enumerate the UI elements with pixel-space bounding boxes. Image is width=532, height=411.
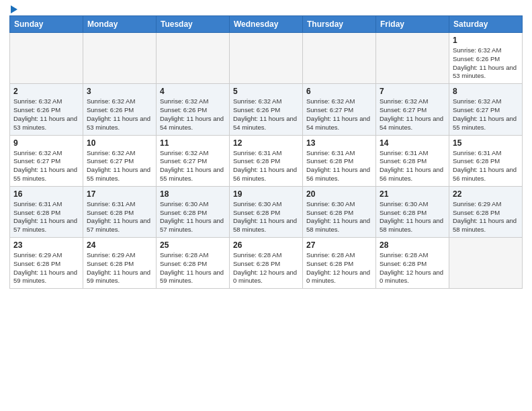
day-info: Sunrise: 6:31 AM Sunset: 6:28 PM Dayligh… [306,149,372,183]
calendar-cell: 11Sunrise: 6:32 AM Sunset: 6:27 PM Dayli… [157,135,230,186]
day-number: 16 [13,189,79,199]
calendar-cell: 22Sunrise: 6:29 AM Sunset: 6:28 PM Dayli… [449,186,523,237]
calendar-cell: 27Sunrise: 6:28 AM Sunset: 6:28 PM Dayli… [303,238,376,289]
calendar-cell [157,33,230,84]
day-info: Sunrise: 6:32 AM Sunset: 6:27 PM Dayligh… [160,149,226,183]
day-number: 22 [453,189,519,199]
day-number: 4 [160,87,226,96]
calendar-cell: 28Sunrise: 6:28 AM Sunset: 6:28 PM Dayli… [376,238,449,289]
weekday-header-thursday: Thursday [303,16,376,33]
weekday-header-tuesday: Tuesday [157,16,230,33]
day-number: 14 [380,138,445,148]
weekday-header-monday: Monday [83,16,157,33]
day-number: 7 [380,87,445,96]
day-info: Sunrise: 6:30 AM Sunset: 6:28 PM Dayligh… [233,200,299,234]
day-info: Sunrise: 6:31 AM Sunset: 6:28 PM Dayligh… [453,149,519,183]
day-info: Sunrise: 6:32 AM Sunset: 6:26 PM Dayligh… [160,97,226,132]
calendar-cell: 17Sunrise: 6:31 AM Sunset: 6:28 PM Dayli… [83,186,157,237]
day-info: Sunrise: 6:28 AM Sunset: 6:28 PM Dayligh… [306,251,372,285]
calendar-cell [83,33,157,84]
day-info: Sunrise: 6:30 AM Sunset: 6:28 PM Dayligh… [306,200,372,234]
calendar-cell: 12Sunrise: 6:31 AM Sunset: 6:28 PM Dayli… [230,135,303,186]
calendar-week-row: 2Sunrise: 6:32 AM Sunset: 6:26 PM Daylig… [10,84,523,135]
calendar-cell: 15Sunrise: 6:31 AM Sunset: 6:28 PM Dayli… [449,135,523,186]
day-info: Sunrise: 6:31 AM Sunset: 6:28 PM Dayligh… [233,149,299,183]
day-info: Sunrise: 6:31 AM Sunset: 6:28 PM Dayligh… [13,200,79,234]
calendar-cell: 10Sunrise: 6:32 AM Sunset: 6:27 PM Dayli… [83,135,157,186]
day-number: 6 [306,87,372,96]
day-number: 21 [380,189,445,199]
day-info: Sunrise: 6:29 AM Sunset: 6:28 PM Dayligh… [13,251,79,285]
header [9,7,523,11]
logo [9,7,17,11]
weekday-header-friday: Friday [376,16,449,33]
calendar-cell: 18Sunrise: 6:30 AM Sunset: 6:28 PM Dayli… [157,186,230,237]
day-info: Sunrise: 6:32 AM Sunset: 6:26 PM Dayligh… [87,97,152,132]
day-info: Sunrise: 6:28 AM Sunset: 6:28 PM Dayligh… [380,251,445,285]
day-info: Sunrise: 6:31 AM Sunset: 6:28 PM Dayligh… [380,149,445,183]
day-number: 18 [160,189,226,199]
day-number: 26 [233,240,299,250]
calendar: SundayMondayTuesdayWednesdayThursdayFrid… [9,15,523,289]
day-info: Sunrise: 6:28 AM Sunset: 6:28 PM Dayligh… [160,251,226,285]
calendar-week-row: 16Sunrise: 6:31 AM Sunset: 6:28 PM Dayli… [10,186,523,237]
weekday-header-saturday: Saturday [449,16,523,33]
day-number: 13 [306,138,372,148]
calendar-cell: 20Sunrise: 6:30 AM Sunset: 6:28 PM Dayli… [303,186,376,237]
day-info: Sunrise: 6:32 AM Sunset: 6:26 PM Dayligh… [453,46,519,81]
day-number: 27 [306,240,372,250]
day-number: 11 [160,138,226,148]
day-info: Sunrise: 6:32 AM Sunset: 6:26 PM Dayligh… [233,97,299,132]
day-number: 8 [453,87,519,96]
day-info: Sunrise: 6:32 AM Sunset: 6:27 PM Dayligh… [13,149,79,183]
calendar-cell: 14Sunrise: 6:31 AM Sunset: 6:28 PM Dayli… [376,135,449,186]
day-number: 23 [13,240,79,250]
day-number: 28 [380,240,445,250]
calendar-cell [10,33,83,84]
calendar-cell: 2Sunrise: 6:32 AM Sunset: 6:26 PM Daylig… [10,84,83,135]
calendar-cell: 13Sunrise: 6:31 AM Sunset: 6:28 PM Dayli… [303,135,376,186]
calendar-cell: 8Sunrise: 6:32 AM Sunset: 6:27 PM Daylig… [449,84,523,135]
calendar-week-row: 9Sunrise: 6:32 AM Sunset: 6:27 PM Daylig… [10,135,523,186]
day-info: Sunrise: 6:32 AM Sunset: 6:27 PM Dayligh… [380,97,445,132]
calendar-cell [449,238,523,289]
day-number: 24 [87,240,152,250]
calendar-week-row: 23Sunrise: 6:29 AM Sunset: 6:28 PM Dayli… [10,238,523,289]
calendar-cell [230,33,303,84]
calendar-cell: 16Sunrise: 6:31 AM Sunset: 6:28 PM Dayli… [10,186,83,237]
day-number: 9 [13,138,79,148]
logo-arrow-icon [11,5,17,13]
day-number: 15 [453,138,519,148]
day-info: Sunrise: 6:29 AM Sunset: 6:28 PM Dayligh… [87,251,152,285]
calendar-cell: 6Sunrise: 6:32 AM Sunset: 6:27 PM Daylig… [303,84,376,135]
day-info: Sunrise: 6:32 AM Sunset: 6:27 PM Dayligh… [306,97,372,132]
day-number: 3 [87,87,152,96]
calendar-cell: 3Sunrise: 6:32 AM Sunset: 6:26 PM Daylig… [83,84,157,135]
day-number: 2 [13,87,79,96]
day-number: 12 [233,138,299,148]
calendar-cell: 23Sunrise: 6:29 AM Sunset: 6:28 PM Dayli… [10,238,83,289]
day-info: Sunrise: 6:29 AM Sunset: 6:28 PM Dayligh… [453,200,519,234]
day-number: 20 [306,189,372,199]
day-info: Sunrise: 6:31 AM Sunset: 6:28 PM Dayligh… [87,200,152,234]
calendar-cell: 5Sunrise: 6:32 AM Sunset: 6:26 PM Daylig… [230,84,303,135]
day-number: 17 [87,189,152,199]
day-number: 10 [87,138,152,148]
calendar-cell: 25Sunrise: 6:28 AM Sunset: 6:28 PM Dayli… [157,238,230,289]
calendar-cell: 26Sunrise: 6:28 AM Sunset: 6:28 PM Dayli… [230,238,303,289]
day-info: Sunrise: 6:32 AM Sunset: 6:27 PM Dayligh… [87,149,152,183]
day-number: 1 [453,36,519,45]
calendar-cell: 4Sunrise: 6:32 AM Sunset: 6:26 PM Daylig… [157,84,230,135]
day-info: Sunrise: 6:32 AM Sunset: 6:27 PM Dayligh… [453,97,519,132]
day-number: 25 [160,240,226,250]
page: SundayMondayTuesdayWednesdayThursdayFrid… [0,0,532,411]
calendar-cell [303,33,376,84]
calendar-week-row: 1Sunrise: 6:32 AM Sunset: 6:26 PM Daylig… [10,33,523,84]
day-info: Sunrise: 6:30 AM Sunset: 6:28 PM Dayligh… [160,200,226,234]
day-info: Sunrise: 6:32 AM Sunset: 6:26 PM Dayligh… [13,97,79,132]
calendar-cell: 9Sunrise: 6:32 AM Sunset: 6:27 PM Daylig… [10,135,83,186]
day-info: Sunrise: 6:30 AM Sunset: 6:28 PM Dayligh… [380,200,445,234]
calendar-cell [376,33,449,84]
weekday-header-row: SundayMondayTuesdayWednesdayThursdayFrid… [10,16,523,33]
calendar-cell: 1Sunrise: 6:32 AM Sunset: 6:26 PM Daylig… [449,33,523,84]
